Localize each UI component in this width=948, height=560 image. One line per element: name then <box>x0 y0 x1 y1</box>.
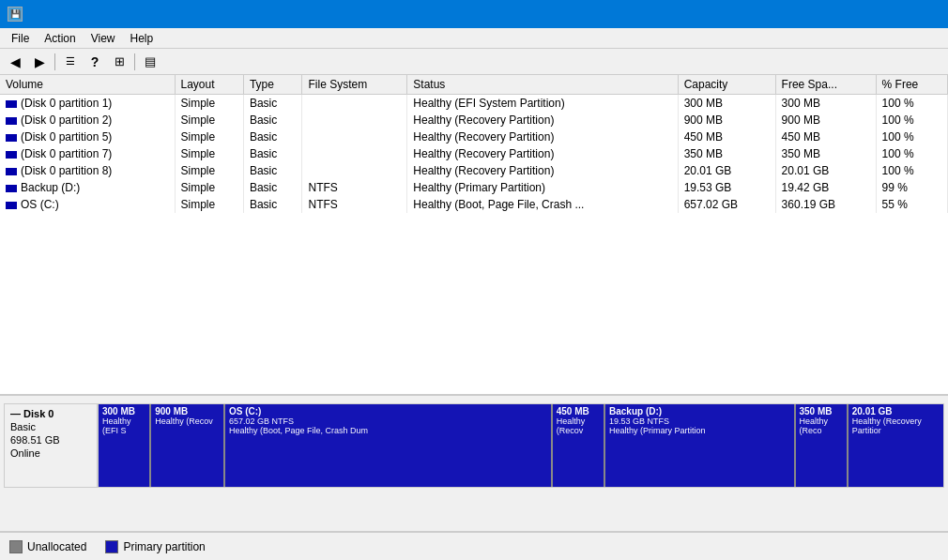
extend-button[interactable]: ⊞ <box>108 52 130 72</box>
disk-status-0: Online <box>10 447 91 459</box>
disk-size-0: 698.51 GB <box>10 434 91 446</box>
cell-status: Healthy (Recovery Partition) <box>407 162 678 179</box>
menu-file[interactable]: File <box>4 30 37 47</box>
forward-button[interactable]: ▶ <box>28 52 51 72</box>
table-row[interactable]: (Disk 0 partition 5) Simple Basic Health… <box>0 129 948 145</box>
cell-capacity: 19.53 GB <box>678 179 775 196</box>
cell-volume: OS (C:) <box>0 196 175 213</box>
cell-free: 20.01 GB <box>775 162 876 179</box>
partition-label-4: Backup (D:) <box>609 406 790 416</box>
partition-size-3: 450 MB <box>557 406 600 416</box>
cell-status: Healthy (Primary Partition) <box>407 179 678 196</box>
cell-type: Basic <box>243 112 302 129</box>
cell-layout: Simple <box>175 162 243 179</box>
cell-volume: (Disk 0 partition 5) <box>0 129 175 145</box>
col-layout: Layout <box>175 75 243 95</box>
col-status: Status <box>407 75 678 95</box>
cell-fs <box>302 145 407 162</box>
cell-volume: Backup (D:) <box>0 179 175 196</box>
table-row[interactable]: OS (C:) Simple Basic NTFS Healthy (Boot,… <box>0 196 948 213</box>
cell-free: 900 MB <box>775 112 876 129</box>
partition-status-1: Healthy (Recov <box>155 416 220 426</box>
toolbar-separator-1 <box>54 53 55 70</box>
cell-fs <box>302 112 407 129</box>
shrink-button[interactable]: ▤ <box>139 52 161 72</box>
status-bar: Unallocated Primary partition <box>0 532 948 560</box>
app-icon: 💾 <box>8 7 23 22</box>
legend-box-unallocated <box>9 540 23 553</box>
volume-table: Volume Layout Type File System Status Ca… <box>0 75 948 213</box>
window-controls <box>811 0 940 28</box>
cell-pct: 100 % <box>876 145 947 162</box>
cell-capacity: 450 MB <box>678 129 775 145</box>
cell-capacity: 300 MB <box>678 95 775 113</box>
legend-box-primary <box>105 540 118 553</box>
cell-pct: 100 % <box>876 129 947 145</box>
main-content: Volume Layout Type File System Status Ca… <box>0 75 948 560</box>
table-row[interactable]: Backup (D:) Simple Basic NTFS Healthy (P… <box>0 179 948 196</box>
table-row[interactable]: (Disk 0 partition 8) Simple Basic Health… <box>0 162 948 179</box>
cell-free: 350 MB <box>775 145 876 162</box>
minimize-button[interactable] <box>811 0 854 28</box>
cell-status: Healthy (Recovery Partition) <box>407 112 678 129</box>
cell-capacity: 657.02 GB <box>678 196 775 213</box>
partition-fs-2: 657.02 GB NTFS <box>229 416 547 426</box>
partition-2[interactable]: OS (C:)657.02 GB NTFSHealthy (Boot, Page… <box>225 404 553 487</box>
partition-1[interactable]: 900 MBHealthy (Recov <box>151 404 225 487</box>
disk-visual-area: — Disk 0 Basic 698.51 GB Online 300 MBHe… <box>0 396 948 532</box>
cell-volume: (Disk 0 partition 1) <box>0 95 175 113</box>
partition-status-4: Healthy (Primary Partition <box>609 426 790 435</box>
cell-type: Basic <box>243 179 302 196</box>
close-button[interactable] <box>897 0 940 28</box>
partition-3[interactable]: 450 MBHealthy (Recov <box>553 404 605 487</box>
disk-row-0: — Disk 0 Basic 698.51 GB Online 300 MBHe… <box>4 403 944 488</box>
cell-pct: 100 % <box>876 112 947 129</box>
toolbar: ◀ ▶ ☰ ? ⊞ ▤ <box>0 49 948 75</box>
table-row[interactable]: (Disk 0 partition 7) Simple Basic Health… <box>0 145 948 162</box>
legend-primary: Primary partition <box>105 540 205 553</box>
volume-table-container[interactable]: Volume Layout Type File System Status Ca… <box>0 75 948 396</box>
cell-pct: 99 % <box>876 179 947 196</box>
partition-0[interactable]: 300 MBHealthy (EFI S <box>99 404 151 487</box>
cell-free: 450 MB <box>775 129 876 145</box>
partition-size-0: 300 MB <box>102 406 145 416</box>
cell-status: Healthy (EFI System Partition) <box>407 95 678 113</box>
cell-type: Basic <box>243 196 302 213</box>
cell-layout: Simple <box>175 145 243 162</box>
disk-type-0: Basic <box>10 421 91 432</box>
menu-bar: File Action View Help <box>0 28 948 49</box>
cell-volume: (Disk 0 partition 8) <box>0 162 175 179</box>
partition-status-5: Healthy (Reco <box>800 416 843 435</box>
help-button[interactable]: ? <box>84 52 106 72</box>
partition-status-2: Healthy (Boot, Page File, Crash Dum <box>229 426 547 435</box>
cell-pct: 55 % <box>876 196 947 213</box>
partition-5[interactable]: 350 MBHealthy (Reco <box>796 404 849 487</box>
partition-size-5: 350 MB <box>800 406 843 416</box>
cell-volume: (Disk 0 partition 2) <box>0 112 175 129</box>
cell-fs <box>302 95 407 113</box>
partition-6[interactable]: 20.01 GBHealthy (Recovery Partitior <box>849 404 943 487</box>
disk-label-0: — Disk 0 Basic 698.51 GB Online <box>4 403 98 488</box>
cell-free: 19.42 GB <box>775 179 876 196</box>
properties-button[interactable]: ☰ <box>59 52 82 72</box>
partition-size-6: 20.01 GB <box>852 406 940 416</box>
col-filesystem: File System <box>302 75 407 95</box>
legend-unallocated: Unallocated <box>9 540 86 553</box>
cell-pct: 100 % <box>876 95 947 113</box>
table-row[interactable]: (Disk 0 partition 1) Simple Basic Health… <box>0 95 948 113</box>
back-button[interactable]: ◀ <box>4 52 26 72</box>
cell-fs <box>302 162 407 179</box>
partition-size-1: 900 MB <box>155 406 220 416</box>
menu-action[interactable]: Action <box>37 30 83 47</box>
menu-view[interactable]: View <box>84 30 123 47</box>
partition-4[interactable]: Backup (D:)19.53 GB NTFSHealthy (Primary… <box>605 404 796 487</box>
partition-status-6: Healthy (Recovery Partitior <box>852 416 940 435</box>
maximize-button[interactable] <box>854 0 897 28</box>
table-row[interactable]: (Disk 0 partition 2) Simple Basic Health… <box>0 112 948 129</box>
cell-fs: NTFS <box>302 196 407 213</box>
partition-fs-4: 19.53 GB NTFS <box>609 416 790 426</box>
cell-type: Basic <box>243 162 302 179</box>
cell-volume: (Disk 0 partition 7) <box>0 145 175 162</box>
menu-help[interactable]: Help <box>123 30 161 47</box>
cell-type: Basic <box>243 145 302 162</box>
